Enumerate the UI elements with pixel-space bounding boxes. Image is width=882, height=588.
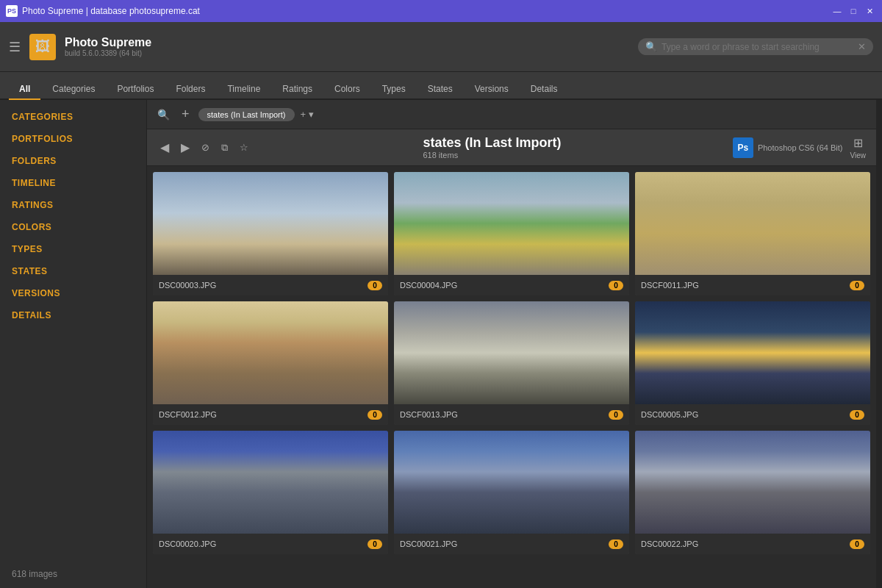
main-layout: CATEGORIESPORTFOLIOSFOLDERSTIMELINERATIN… [0,100,882,588]
image-badge-1: 0 [609,281,623,290]
search-input[interactable] [662,42,853,52]
layers-button[interactable]: ⧉ [218,140,231,155]
titlebar: PS Photo Supreme | database photosupreme… [0,0,882,22]
app-logo: 🖼 [29,34,56,60]
nav-tabs: AllCategoriesPortfoliosFoldersTimelineRa… [0,72,882,100]
image-badge-0: 0 [368,281,382,290]
image-badge-8: 0 [850,539,864,549]
image-item-6[interactable]: DSC00020.JPG0 [153,431,388,554]
image-name-8: DSC00022.JPG [641,539,698,548]
panel-nav: ◀ ▶ ⊘ ⧉ ☆ [157,139,251,156]
maximize-button[interactable]: □ [847,4,860,18]
view-button[interactable]: ⊞ View [850,136,866,159]
nav-tab-portfolios[interactable]: Portfolios [107,79,164,100]
image-grid: DSC00003.JPG0DSC00004.JPG0DSCF0011.JPG0D… [147,166,876,588]
image-badge-7: 0 [609,539,623,549]
sidebar-item-states[interactable]: STATES [0,260,146,282]
minimize-button[interactable]: — [831,4,844,18]
image-name-2: DSCF0011.JPG [641,281,699,290]
sidebar-item-portfolios[interactable]: PORTFOLIOS [0,128,146,150]
search-bar[interactable]: 🔍 ✕ [638,38,873,55]
photoshop-badge: Ps Photoshop CS6 (64 Bit) [733,137,843,158]
photoshop-icon: Ps [733,137,753,158]
app-title-block: Photo Supreme build 5.6.0.3389 (64 bit) [65,36,151,57]
nav-tab-details[interactable]: Details [520,79,568,100]
star-button[interactable]: ☆ [237,140,251,154]
nav-tab-colors[interactable]: Colors [324,79,370,100]
right-scrollbar[interactable] [876,100,882,588]
sidebar-item-versions[interactable]: VERSIONS [0,282,146,304]
view-label: View [850,151,866,159]
view-icon: ⊞ [853,136,863,150]
image-item-5[interactable]: DSC00005.JPG0 [635,301,870,425]
nav-tab-timeline[interactable]: Timeline [217,79,270,100]
sidebar: CATEGORIESPORTFOLIOSFOLDERSTIMELINERATIN… [0,100,147,588]
photoshop-label: Photoshop CS6 (64 Bit) [758,143,843,152]
titlebar-controls: — □ ✕ [831,4,876,18]
image-badge-5: 0 [850,410,864,420]
forward-button[interactable]: ▶ [178,139,193,156]
image-item-3[interactable]: DSCF0012.JPG0 [153,301,388,425]
image-name-3: DSCF0012.JPG [159,410,217,419]
image-name-7: DSC00021.JPG [400,539,457,548]
image-name-6: DSC00020.JPG [159,539,216,548]
image-item-8[interactable]: DSC00022.JPG0 [635,431,870,554]
sidebar-image-count: 618 images [0,560,146,588]
image-item-1[interactable]: DSC00004.JPG0 [394,172,629,295]
app-header: ☰ 🖼 Photo Supreme build 5.6.0.3389 (64 b… [0,22,882,72]
nav-tab-categories[interactable]: Categories [42,79,105,100]
sidebar-item-details[interactable]: DETAILS [0,304,146,326]
image-item-0[interactable]: DSC00003.JPG0 [153,172,388,295]
image-item-7[interactable]: DSC00021.JPG0 [394,431,629,554]
add-tab-button[interactable]: + [179,105,193,123]
filter-button[interactable]: ⊘ [198,140,212,154]
nav-tab-ratings[interactable]: Ratings [272,79,323,100]
app-icon: PS [6,5,18,17]
image-badge-4: 0 [609,410,623,420]
nav-tab-states[interactable]: States [417,79,463,100]
nav-tab-versions[interactable]: Versions [465,79,519,100]
search-clear-icon[interactable]: ✕ [858,41,866,52]
sidebar-item-ratings[interactable]: RATINGS [0,194,146,216]
image-badge-3: 0 [368,410,382,420]
titlebar-left: PS Photo Supreme | database photosupreme… [6,5,200,17]
panel-title: states (In Last Import) [423,135,561,151]
search-toolbar-icon[interactable]: 🔍 [154,107,173,122]
hamburger-menu-button[interactable]: ☰ [9,39,21,55]
search-icon: 🔍 [645,41,657,52]
panel-right: Ps Photoshop CS6 (64 Bit) ⊞ View [733,136,866,159]
sidebar-item-categories[interactable]: CATEGORIES [0,106,146,128]
nav-tab-types[interactable]: Types [372,79,416,100]
back-button[interactable]: ◀ [157,139,172,156]
panel-count: 618 items [423,151,561,159]
nav-tab-all[interactable]: All [9,79,40,100]
titlebar-title: Photo Supreme | database photosupreme.ca… [22,6,200,16]
image-name-0: DSC00003.JPG [159,281,216,290]
sidebar-item-folders[interactable]: FOLDERS [0,150,146,172]
image-badge-2: 0 [850,281,864,290]
close-button[interactable]: ✕ [863,4,876,18]
sidebar-item-colors[interactable]: COLORS [0,216,146,238]
add-filter-button[interactable]: + ▾ [301,109,314,120]
image-name-4: DSCF0013.JPG [400,410,458,419]
app-name: Photo Supreme [65,36,151,49]
nav-tab-folders[interactable]: Folders [165,79,215,100]
content-toolbar: 🔍 + states (In Last Import) + ▾ [147,100,876,129]
image-badge-6: 0 [368,539,382,549]
active-tab-pill[interactable]: states (In Last Import) [198,108,295,121]
panel-title-block: states (In Last Import) 618 items [423,135,561,159]
sidebar-item-timeline[interactable]: TIMELINE [0,172,146,194]
image-item-4[interactable]: DSCF0013.JPG0 [394,301,629,425]
sidebar-item-types[interactable]: TYPES [0,238,146,260]
app-build: build 5.6.0.3389 (64 bit) [65,49,151,57]
content-area: 🔍 + states (In Last Import) + ▾ ◀ ▶ ⊘ ⧉ … [147,100,876,588]
image-name-1: DSC00004.JPG [400,281,457,290]
image-name-5: DSC00005.JPG [641,410,698,419]
image-item-2[interactable]: DSCF0011.JPG0 [635,172,870,295]
panel-header: ◀ ▶ ⊘ ⧉ ☆ states (In Last Import) 618 it… [147,129,876,166]
